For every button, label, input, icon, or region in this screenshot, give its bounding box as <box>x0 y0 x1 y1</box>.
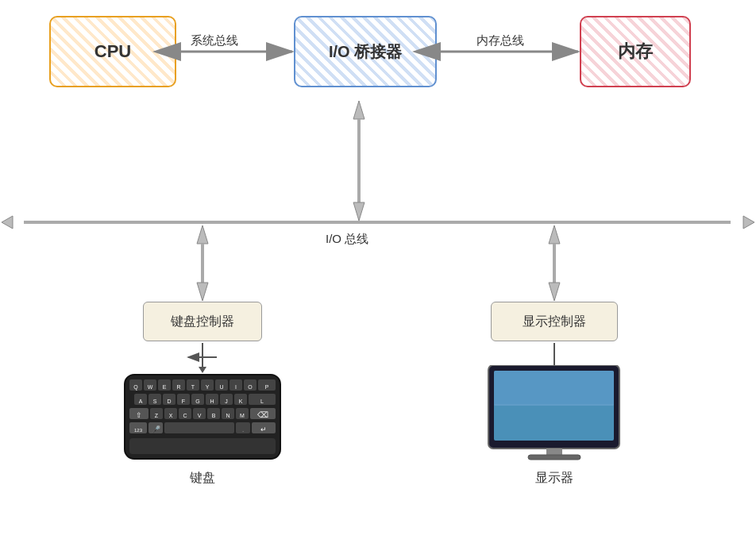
svg-text:Q: Q <box>133 384 138 391</box>
svg-text:↵: ↵ <box>260 425 267 433</box>
svg-text:L: L <box>260 398 264 404</box>
io-bridge-label: I/O 桥接器 <box>329 41 402 63</box>
svg-text:⌫: ⌫ <box>257 410 268 419</box>
kbd-bottom-arrowhead <box>197 283 208 301</box>
svg-text:⇧: ⇧ <box>136 411 142 419</box>
disp-top-arrowhead <box>549 225 560 244</box>
svg-text:H: H <box>210 398 214 404</box>
keyboard-icon: Q W E R T Y U I O P A S D F G H J K L ⇧ … <box>123 373 282 460</box>
svg-text:U: U <box>219 384 223 390</box>
svg-text:O: O <box>248 384 253 390</box>
svg-rect-74 <box>129 438 276 454</box>
monitor-icon <box>484 365 623 460</box>
svg-text:V: V <box>198 413 202 418</box>
monitor-caption: 显示器 <box>484 470 623 487</box>
svg-text:J: J <box>225 398 228 404</box>
memory-label: 内存 <box>618 40 653 64</box>
io-bus-right-arrow <box>743 216 754 229</box>
io-bridge-top-arrowhead <box>353 101 364 119</box>
svg-rect-79 <box>546 449 562 455</box>
svg-text:K: K <box>239 398 243 404</box>
svg-text:P: P <box>265 384 269 390</box>
svg-text:🎤: 🎤 <box>152 425 161 434</box>
svg-text:A: A <box>139 398 143 404</box>
io-bus-left-arrow <box>2 216 13 229</box>
display-controller-box: 显示控制器 <box>491 302 618 341</box>
disp-bottom-arrowhead <box>549 283 560 301</box>
svg-text:T: T <box>191 384 195 390</box>
svg-rect-69 <box>164 422 234 433</box>
svg-text:N: N <box>226 413 230 418</box>
svg-text:C: C <box>183 413 187 418</box>
svg-text:Z: Z <box>155 413 159 418</box>
svg-text:M: M <box>240 413 245 418</box>
svg-text:E: E <box>163 384 167 390</box>
cpu-box: CPU <box>49 16 176 87</box>
svg-text:F: F <box>182 398 185 404</box>
svg-text:B: B <box>212 413 216 418</box>
keyboard-controller-box: 键盘控制器 <box>143 302 262 341</box>
svg-text:123: 123 <box>134 428 143 433</box>
kbd-ctrl-label: 键盘控制器 <box>171 314 234 330</box>
architecture-diagram: CPU I/O 桥接器 内存 键盘控制器 显示控制器 <box>0 0 756 539</box>
svg-text:X: X <box>169 413 173 418</box>
svg-text:S: S <box>153 398 157 404</box>
memory-bus-label: 内存总线 <box>476 33 524 48</box>
system-bus-label: 系统总线 <box>191 33 238 48</box>
svg-rect-77 <box>494 371 614 406</box>
io-bus-label: I/O 总线 <box>326 232 368 247</box>
svg-text:I: I <box>235 384 237 390</box>
disp-ctrl-label: 显示控制器 <box>523 314 586 330</box>
kbd-top-arrowhead <box>197 225 208 244</box>
cpu-label: CPU <box>94 41 131 62</box>
keyboard-caption: 键盘 <box>131 470 274 487</box>
io-bridge-bottom-arrowhead <box>353 202 364 221</box>
memory-box: 内存 <box>580 16 691 87</box>
svg-text:D: D <box>167 398 171 404</box>
svg-rect-80 <box>528 455 580 460</box>
svg-text:Y: Y <box>206 384 210 390</box>
svg-text:G: G <box>195 398 199 404</box>
svg-text:R: R <box>176 384 180 390</box>
kbd-down-arrowhead <box>199 367 206 373</box>
io-bridge-box: I/O 桥接器 <box>294 16 437 87</box>
svg-text:W: W <box>148 384 153 390</box>
